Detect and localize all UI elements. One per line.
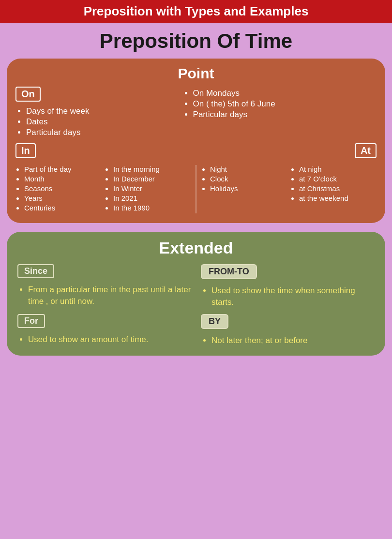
list-item: Not later then; at or before <box>211 335 375 346</box>
list-item: Particular days <box>26 128 178 137</box>
in-label: In <box>15 143 36 158</box>
list-item: In Winter <box>113 184 191 193</box>
list-item: Used to show an amount of time. <box>28 334 191 345</box>
page-header: Preposition with Types and Examples <box>0 0 392 23</box>
in-col2-list: In the morning In December In Winter In … <box>105 165 191 212</box>
main-title: Preposition Of Time <box>0 23 392 56</box>
list-item: In the morning <box>113 165 191 173</box>
list-item: Holidays <box>210 184 287 193</box>
since-label: Since <box>17 264 54 278</box>
point-title: Point <box>15 65 377 82</box>
list-item: Seasons <box>24 184 102 193</box>
in-col2: In the morning In December In Winter In … <box>105 165 191 213</box>
on-right-list: On Mondays On ( the) 5th of 6 June Parti… <box>182 89 377 120</box>
section-divider <box>196 165 196 213</box>
from-to-col: FROM-TO Used to show the time when somet… <box>201 264 375 309</box>
from-to-label: FROM-TO <box>201 264 257 279</box>
at-col1: Night Clock Holidays <box>201 165 287 213</box>
for-label: For <box>17 314 45 328</box>
in-col1-list: Part of the day Month Seasons Years Cent… <box>15 165 102 212</box>
at-col1-list: Night Clock Holidays <box>201 165 287 193</box>
on-label: On <box>15 87 41 102</box>
since-fromto-row: Since From a particular time in the past… <box>17 264 375 309</box>
list-item: In the 1990 <box>113 204 191 212</box>
for-col: For Used to show an amount of time. <box>17 314 191 346</box>
list-item: at 7 O'clock <box>299 175 377 183</box>
since-list: From a particular time in the past until… <box>17 284 191 307</box>
list-item: On Mondays <box>193 89 377 98</box>
list-item: Years <box>24 194 102 202</box>
by-list: Not later then; at or before <box>201 335 375 346</box>
list-item: Days of the week <box>26 106 178 116</box>
list-item: Particular days <box>193 110 377 120</box>
list-item: In 2021 <box>113 194 191 202</box>
list-item: at Christmas <box>299 184 377 193</box>
list-item: At nigh <box>299 165 377 173</box>
on-right-col: On Mondays On ( the) 5th of 6 June Parti… <box>182 87 377 138</box>
list-item: On ( the) 5th of 6 June <box>193 99 377 109</box>
list-item: Used to show the time when something sta… <box>211 285 375 308</box>
for-by-row: For Used to show an amount of time. BY N… <box>17 314 375 346</box>
list-item: Month <box>24 175 102 183</box>
extended-card: Extended Since From a particular time in… <box>7 232 385 356</box>
list-item: at the weekend <box>299 194 377 202</box>
list-item: From a particular time in the past until… <box>28 284 191 307</box>
in-at-labels: In At <box>15 143 377 161</box>
at-col2-list: At nigh at 7 O'clock at Christmas at the… <box>290 165 377 202</box>
list-item: Night <box>210 165 287 173</box>
on-left-list: Days of the week Dates Particular days <box>15 106 178 137</box>
since-col: Since From a particular time in the past… <box>17 264 191 309</box>
at-label: At <box>355 143 377 158</box>
in-col1: Part of the day Month Seasons Years Cent… <box>15 165 102 213</box>
list-item: Part of the day <box>24 165 102 173</box>
list-item: Dates <box>26 117 178 127</box>
at-col2: At nigh at 7 O'clock at Christmas at the… <box>290 165 377 213</box>
by-col: BY Not later then; at or before <box>201 314 375 346</box>
header-title: Preposition with Types and Examples <box>84 4 309 18</box>
on-section: On Days of the week Dates Particular day… <box>15 87 377 138</box>
list-item: In December <box>113 175 191 183</box>
list-item: Centuries <box>24 204 102 212</box>
in-at-content: Part of the day Month Seasons Years Cent… <box>15 165 377 213</box>
point-card: Point On Days of the week Dates Particul… <box>7 59 385 223</box>
on-left-col: On Days of the week Dates Particular day… <box>15 87 178 138</box>
extended-title: Extended <box>17 239 375 257</box>
list-item: Clock <box>210 175 287 183</box>
from-to-list: Used to show the time when something sta… <box>201 285 375 308</box>
for-list: Used to show an amount of time. <box>17 334 191 345</box>
by-label: BY <box>201 314 228 329</box>
